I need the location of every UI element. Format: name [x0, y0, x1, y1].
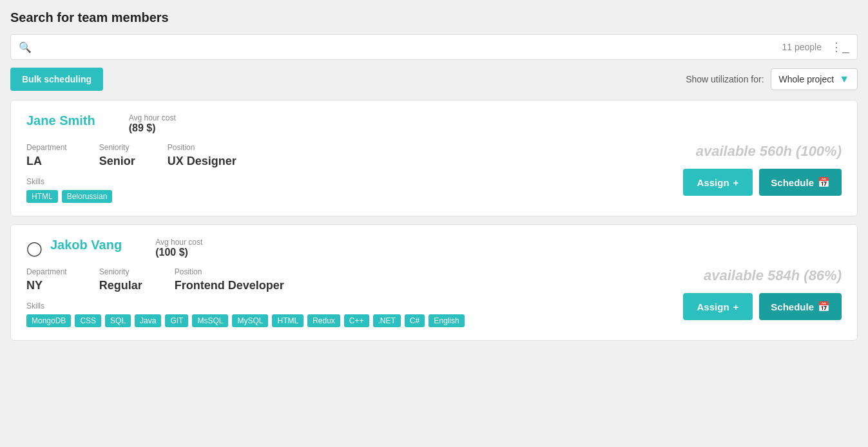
calendar-icon: 📅 — [818, 176, 830, 188]
card-body: Department NY Seniority Regular Position… — [26, 267, 842, 327]
avg-cost-label: Avg hour cost — [155, 238, 202, 247]
filter-icon[interactable]: ⋮⎯ — [831, 40, 849, 54]
skill-tag: HTML — [272, 314, 304, 327]
page-title: Search for team members — [10, 10, 858, 25]
plus-icon: + — [733, 177, 739, 188]
card-header: Jane Smith Avg hour cost (89 $) — [26, 113, 842, 134]
department-group: Department NY — [26, 267, 67, 292]
toolbar: Bulk scheduling Show utilization for: Wh… — [10, 68, 858, 91]
skill-tag: Redux — [307, 314, 340, 327]
utilization-option: Whole project — [779, 74, 834, 84]
position-label: Position — [175, 267, 284, 276]
search-bar: 🔍 11 people ⋮⎯ — [10, 34, 858, 60]
skill-tag: SQL — [105, 314, 131, 327]
skills-label: Skills — [26, 301, 661, 310]
skill-tag: MongoDB — [26, 314, 71, 327]
search-icon: 🔍 — [19, 41, 32, 53]
skill-tag: English — [429, 314, 464, 327]
card-actions: available 560h (100%) Assign + Schedule … — [661, 143, 842, 196]
action-buttons: Assign + Schedule 📅 — [683, 293, 842, 320]
position-group: Position UX Designer — [168, 143, 236, 168]
seniority-group: Seniority Senior — [99, 143, 135, 168]
skill-tag: MsSQL — [192, 314, 228, 327]
position-group: Position Frontend Developer — [175, 267, 284, 292]
skills-label: Skills — [26, 177, 661, 186]
utilization-select[interactable]: Whole project ▼ — [771, 68, 858, 90]
position-value: Frontend Developer — [175, 279, 284, 292]
skills-list: MongoDBCSSSQLJavaGITMsSQLMySQLHTMLReduxC… — [26, 314, 661, 327]
schedule-button[interactable]: Schedule 📅 — [759, 169, 842, 196]
seniority-label: Seniority — [99, 267, 142, 276]
skill-tag: Belorussian — [62, 190, 113, 203]
utilization-control: Show utilization for: Whole project ▼ — [686, 68, 858, 90]
availability-text: available 560h (100%) — [696, 143, 842, 160]
seniority-value: Regular — [99, 279, 142, 292]
seniority-group: Seniority Regular — [99, 267, 142, 292]
assign-button[interactable]: Assign + — [683, 169, 753, 196]
chevron-down-icon: ▼ — [839, 73, 849, 85]
skills-section: Skills HTMLBelorussian — [26, 177, 661, 203]
member-name[interactable]: Jane Smith — [26, 113, 95, 128]
position-value: UX Designer — [168, 155, 236, 168]
department-group: Department LA — [26, 143, 67, 168]
plus-icon: + — [733, 301, 739, 312]
skill-tag: HTML — [26, 190, 58, 203]
card-header: ◯ Jakob Vang Avg hour cost (100 $) — [26, 238, 842, 258]
avg-cost-value: (100 $) — [155, 247, 202, 258]
skill-tag: MySQL — [232, 314, 268, 327]
member-name[interactable]: Jakob Vang — [50, 238, 122, 252]
skill-tag: C++ — [344, 314, 369, 327]
utilization-label: Show utilization for: — [686, 74, 764, 84]
search-count: 11 people — [782, 42, 822, 52]
department-label: Department — [26, 143, 67, 152]
skill-tag: Java — [135, 314, 161, 327]
skill-tag: CSS — [75, 314, 101, 327]
skills-list: HTMLBelorussian — [26, 190, 661, 203]
seniority-value: Senior — [99, 155, 135, 168]
assign-button[interactable]: Assign + — [683, 293, 753, 320]
schedule-button[interactable]: Schedule 📅 — [759, 293, 842, 320]
members-list: Jane Smith Avg hour cost (89 $) Departme… — [10, 100, 858, 341]
skill-tag: GIT — [165, 314, 188, 327]
department-value: LA — [26, 155, 67, 168]
skill-tag: C# — [405, 314, 425, 327]
member-card-jakob-vang: ◯ Jakob Vang Avg hour cost (100 $) Depar… — [10, 224, 858, 341]
position-label: Position — [168, 143, 236, 152]
department-label: Department — [26, 267, 67, 276]
action-buttons: Assign + Schedule 📅 — [683, 169, 842, 196]
member-card-jane-smith: Jane Smith Avg hour cost (89 $) Departme… — [10, 100, 858, 216]
avg-cost-label: Avg hour cost — [129, 113, 176, 122]
timer-icon: ◯ — [26, 240, 43, 257]
search-input[interactable] — [37, 42, 782, 52]
skills-section: Skills MongoDBCSSSQLJavaGITMsSQLMySQLHTM… — [26, 301, 661, 327]
card-body: Department LA Seniority Senior Position … — [26, 143, 842, 203]
department-value: NY — [26, 279, 67, 292]
availability-text: available 584h (86%) — [704, 267, 842, 284]
calendar-icon: 📅 — [818, 301, 830, 312]
card-details: Department LA Seniority Senior Position … — [26, 143, 661, 168]
card-actions: available 584h (86%) Assign + Schedule 📅 — [661, 267, 842, 320]
avg-cost: Avg hour cost (100 $) — [155, 238, 202, 258]
skill-tag: .NET — [373, 314, 401, 327]
avg-cost: Avg hour cost (89 $) — [129, 113, 176, 134]
bulk-scheduling-button[interactable]: Bulk scheduling — [10, 68, 103, 91]
card-details: Department NY Seniority Regular Position… — [26, 267, 661, 292]
seniority-label: Seniority — [99, 143, 135, 152]
avg-cost-value: (89 $) — [129, 122, 176, 134]
